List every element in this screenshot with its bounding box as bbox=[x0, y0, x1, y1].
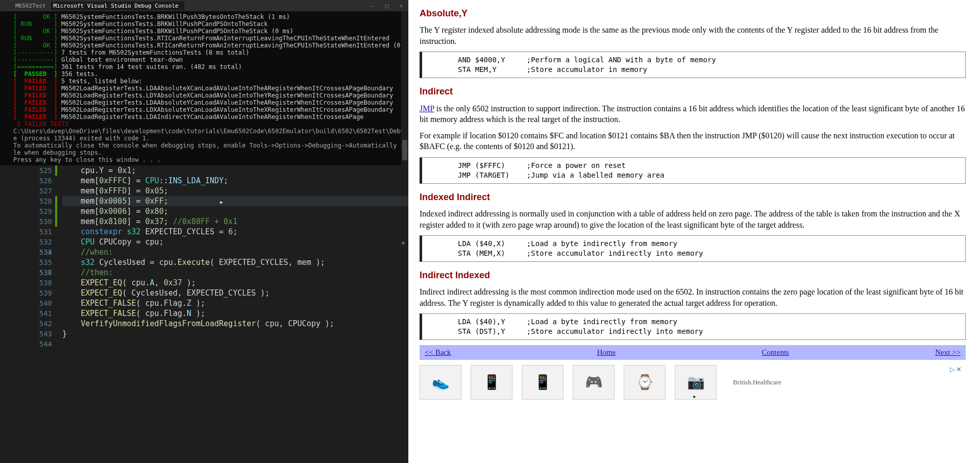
code-line[interactable]: 542 VerfifyUnmodifiedFlagsFromLoadRegist… bbox=[62, 319, 408, 329]
code-text: } bbox=[62, 329, 67, 339]
code-line[interactable]: 530 mem[0x8100] = 0x37; //0x80FF + 0x1 bbox=[62, 216, 408, 227]
code-line[interactable]: 541 EXPECT_FALSE( cpu.Flag.N ); bbox=[62, 308, 408, 319]
console-line: [ RUN ] M6502SystemFunctionsTests.RTICan… bbox=[13, 35, 404, 42]
code-line[interactable]: 540 EXPECT_FALSE( cpu.Flag.Z ); bbox=[62, 298, 408, 308]
asm-code-block: JMP ($FFFC) ;Force a power on reset JMP … bbox=[420, 157, 966, 184]
nav-contents-link[interactable]: Contents bbox=[762, 347, 789, 357]
code-text: EXPECT_FALSE( cpu.Flag.N ); bbox=[62, 308, 205, 319]
line-number: 542 bbox=[32, 319, 52, 329]
section-paragraph: The Y register indexed absolute addressi… bbox=[420, 25, 966, 46]
jmp-link[interactable]: JMP bbox=[420, 104, 434, 113]
code-line[interactable]: 535 s32 CyclesUsed = cpu.Execute( EXPECT… bbox=[62, 257, 408, 267]
doc-navbar: << BackHomeContentsNext >> bbox=[420, 345, 966, 359]
code-text: CPU CPUCopy = cpu; bbox=[62, 237, 164, 247]
code-line[interactable]: 532 CPU CPUCopy = cpu; bbox=[62, 237, 408, 247]
console-line: [ FAILED ] M6502LoadRegisterTests.LDAInd… bbox=[13, 113, 404, 120]
documentation-pane[interactable]: Absolute,YThe Y register indexed absolut… bbox=[408, 0, 980, 463]
line-number: 529 bbox=[32, 206, 52, 216]
code-text: mem[0xFFFD] = 0x05; bbox=[62, 186, 168, 196]
carousel-dot-icon[interactable]: • bbox=[693, 391, 696, 403]
code-text: //when: bbox=[62, 247, 113, 257]
line-number: 528 bbox=[32, 196, 52, 206]
nav-back-link[interactable]: << Back bbox=[425, 347, 451, 357]
code-text: EXPECT_EQ( cpu.A, 0x37 ); bbox=[62, 278, 196, 288]
section-paragraph: For example if location $0120 contains $… bbox=[420, 130, 966, 152]
console-line: [ OK ] M6502SystemFunctionsTests.RTICanR… bbox=[13, 42, 404, 49]
console-scrollbar[interactable] bbox=[401, 11, 408, 165]
asm-code-block: LDA ($40,X) ;Load a byte indirectly from… bbox=[420, 235, 966, 262]
adchoices-icon[interactable]: ▷ bbox=[950, 365, 955, 374]
tab-debug-console[interactable]: Microsoft Visual Studio Debug Console bbox=[52, 2, 184, 10]
debug-console-output[interactable]: [ OK ] M6502SystemFunctionsTests.BRKWill… bbox=[0, 11, 408, 165]
console-tabstrip: M6502Test Microsoft Visual Studio Debug … bbox=[0, 0, 408, 11]
line-number: 531 bbox=[32, 227, 52, 237]
code-text: EXPECT_FALSE( cpu.Flag.Z ); bbox=[62, 298, 205, 308]
code-text: constexpr s32 EXPECTED_CYCLES = 6; bbox=[62, 227, 237, 237]
tab-m6502test[interactable]: M6502Test bbox=[13, 2, 52, 10]
change-bar-icon bbox=[55, 196, 57, 206]
line-number: 527 bbox=[32, 186, 52, 196]
editor-collapse-handle-icon[interactable]: ◂ bbox=[400, 237, 405, 248]
line-number: 535 bbox=[32, 257, 52, 267]
console-line: 5 FAILED TESTS bbox=[13, 120, 404, 128]
console-line: [==========] 361 tests from 14 test suit… bbox=[13, 63, 404, 70]
change-bar-icon bbox=[55, 165, 57, 176]
console-line: [ PASSED ] 356 tests. bbox=[13, 70, 404, 78]
console-scrollbar-thumb[interactable] bbox=[402, 140, 407, 160]
asm-code-block: LDA ($40),Y ;Load a byte indirectly from… bbox=[420, 313, 966, 340]
code-text: cpu.Y = 0x1; bbox=[62, 165, 136, 176]
change-bar-icon bbox=[55, 206, 57, 216]
ide-pane: Solution Explorer M6502Test Microsoft Vi… bbox=[0, 0, 408, 463]
line-number: 541 bbox=[32, 308, 52, 319]
section-heading: Indirect Indexed bbox=[420, 269, 966, 281]
code-text: EXPECT_EQ( CyclesUsed, EXPECTED_CYCLES )… bbox=[62, 288, 270, 298]
ad-thumbnail[interactable]: 📱 bbox=[471, 365, 512, 400]
minimize-button[interactable]: — bbox=[365, 3, 380, 9]
code-line[interactable]: 527 mem[0xFFFD] = 0x05; bbox=[62, 186, 408, 196]
code-editor[interactable]: 525 cpu.Y = 0x1;526 mem[0xFFFC] = CPU::I… bbox=[0, 165, 408, 463]
code-text: //then: bbox=[62, 267, 113, 278]
console-line: [ FAILED ] M6502LoadRegisterTests.LDAAbs… bbox=[13, 85, 404, 92]
asm-code-block: AND $4000,Y ;Perform a logical AND with … bbox=[420, 52, 966, 78]
line-number: 534 bbox=[32, 247, 52, 257]
section-paragraph: Indirect indirect addressing is the most… bbox=[420, 286, 966, 308]
line-number: 525 bbox=[32, 165, 52, 176]
console-line: [ OK ] M6502SystemFunctionsTests.BRKWill… bbox=[13, 28, 404, 35]
code-line[interactable]: 537 //then: bbox=[62, 267, 408, 278]
line-number: 526 bbox=[32, 176, 52, 186]
ad-thumbnail[interactable]: 🎮 bbox=[573, 365, 615, 400]
code-text: mem[0x0006] = 0x80; bbox=[62, 206, 168, 216]
code-line[interactable]: 526 mem[0xFFFC] = CPU::INS_LDA_INDY; bbox=[62, 176, 408, 186]
code-line[interactable]: 525 cpu.Y = 0x1; bbox=[62, 165, 408, 176]
console-line: [----------] Global test environment tea… bbox=[13, 56, 404, 63]
code-line[interactable]: 529 mem[0x0006] = 0x80; bbox=[62, 206, 408, 216]
console-line: [ RUN ] M6502SystemFunctionsTests.BRKWil… bbox=[13, 20, 404, 28]
section-heading: Absolute,Y bbox=[420, 7, 966, 19]
ad-strip: 👟📱📱🎮⌚📷British.Healthcare▷✕• bbox=[420, 365, 966, 400]
code-line[interactable]: 528 mem[0x0005] = 0xFF; bbox=[62, 196, 408, 206]
code-line[interactable]: 534 //when: bbox=[62, 247, 408, 257]
console-line: e (process 13344) exited with code 1. bbox=[13, 135, 404, 142]
code-line[interactable]: 543} bbox=[62, 329, 408, 339]
ad-thumbnail[interactable]: ⌚ bbox=[624, 365, 666, 400]
ad-close-icon[interactable]: ✕ bbox=[956, 365, 962, 374]
line-number: 543 bbox=[32, 329, 52, 339]
section-heading: Indexed Indirect bbox=[420, 191, 966, 203]
ad-info-controls: ▷✕ bbox=[950, 365, 962, 374]
console-line: To automatically close the console when … bbox=[13, 142, 404, 149]
nav-home-link[interactable]: Home bbox=[597, 347, 616, 357]
line-number: 537 bbox=[32, 267, 52, 278]
code-line[interactable]: 539 EXPECT_EQ( CyclesUsed, EXPECTED_CYCL… bbox=[62, 288, 408, 298]
nav-next-link[interactable]: Next >> bbox=[935, 347, 961, 357]
code-line[interactable]: 538 EXPECT_EQ( cpu.A, 0x37 ); bbox=[62, 278, 408, 288]
ad-thumbnail[interactable]: 👟 bbox=[420, 365, 461, 400]
ad-thumbnail[interactable]: 📱 bbox=[522, 365, 564, 400]
maximize-button[interactable]: □ bbox=[380, 3, 394, 9]
code-text: mem[0x8100] = 0x37; //0x80FF + 0x1 bbox=[62, 216, 237, 227]
line-number: 544 bbox=[32, 339, 52, 349]
code-line[interactable]: 531 constexpr s32 EXPECTED_CYCLES = 6; bbox=[62, 227, 408, 237]
change-bar-icon bbox=[55, 216, 57, 227]
code-text: s32 CyclesUsed = cpu.Execute( EXPECTED_C… bbox=[62, 257, 325, 267]
line-number: 539 bbox=[32, 288, 52, 298]
close-button[interactable]: × bbox=[394, 3, 408, 9]
